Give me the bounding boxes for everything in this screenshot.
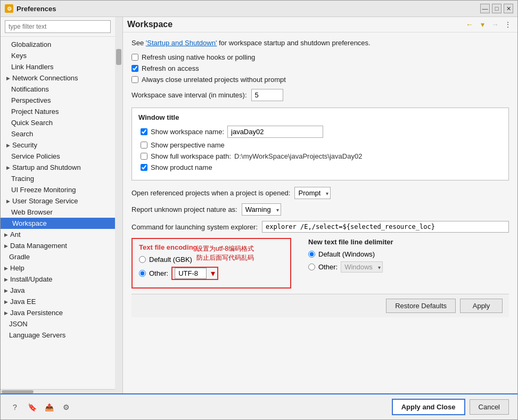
sidebar-item-search[interactable]: Search (1, 128, 115, 139)
command-input[interactable] (262, 221, 509, 233)
encoding-other-radio[interactable] (139, 270, 146, 277)
maximize-button[interactable]: □ (492, 4, 501, 13)
sidebar-item-gradle[interactable]: Gradle (1, 251, 115, 262)
show-workspace-row: Show workspace name: (138, 126, 502, 138)
minimize-button[interactable]: — (480, 4, 490, 13)
close-button[interactable]: ✕ (504, 4, 513, 13)
refresh-access-checkbox[interactable] (131, 65, 138, 72)
expand-arrow-data: ▶ (3, 243, 9, 249)
encoding-default-radio[interactable] (139, 256, 146, 263)
report-unknown-dropdown-wrap: Warning Error Ignore (242, 203, 281, 216)
sidebar-item-label: Network Connections (12, 74, 78, 82)
show-product-label[interactable]: Show product name (151, 163, 212, 171)
sidebar-item-ant[interactable]: ▶ Ant (1, 229, 115, 240)
close-unrelated-checkbox[interactable] (131, 76, 138, 83)
refresh-native-label[interactable]: Refresh using native hooks or polling (142, 53, 255, 61)
settings-icon[interactable]: ⚙ (60, 401, 72, 413)
more-icon[interactable]: ⋮ (503, 19, 513, 30)
restore-defaults-button[interactable]: Restore Defaults (386, 299, 456, 313)
sidebar-item-globalization[interactable]: Globalization (1, 39, 115, 50)
toolbar-icons: ← ▾ → ⋮ (464, 19, 513, 30)
apply-close-button[interactable]: Apply and Close (392, 399, 465, 415)
apply-button[interactable]: Apply (460, 299, 503, 313)
show-workspace-label[interactable]: Show workspace name: (151, 128, 224, 136)
sidebar-item-help[interactable]: ▶ Help (1, 262, 115, 274)
refresh-native-checkbox[interactable] (131, 54, 138, 61)
text-encoding-box: Text file encoding Default (GBK) Other: … (131, 238, 291, 289)
sidebar-item-ui-freeze[interactable]: UI Freeze Monitoring (1, 184, 115, 195)
linedelim-other-label[interactable]: Other: (318, 263, 338, 271)
help-icon[interactable]: ? (9, 401, 21, 413)
startup-link[interactable]: 'Startup and Shutdown' (146, 39, 217, 47)
linedelim-default-radio[interactable] (308, 251, 315, 258)
sidebar-item-security[interactable]: ▶ Security (1, 139, 115, 151)
close-unrelated-label[interactable]: Always close unrelated projects without … (142, 76, 286, 84)
dialog-title: Preferences (17, 5, 477, 13)
sidebar-item-keys[interactable]: Keys (1, 50, 115, 61)
sidebar-item-java[interactable]: ▶ Java (1, 285, 115, 296)
sidebar-item-java-ee[interactable]: ▶ Java EE (1, 296, 115, 307)
export-icon[interactable]: 📤 (43, 401, 55, 413)
open-referenced-select[interactable]: Prompt Always Never (294, 187, 331, 199)
show-workspace-checkbox[interactable] (141, 128, 147, 135)
checkbox-close-unrelated: Always close unrelated projects without … (131, 76, 509, 84)
expand-arrow-user-storage: ▶ (5, 198, 11, 204)
checkbox-refresh-access: Refresh on access (131, 64, 509, 72)
command-label: Command for launching system explorer: (131, 223, 258, 231)
report-unknown-select[interactable]: Warning Error Ignore (242, 203, 281, 216)
sidebar-item-install[interactable]: ▶ Install/Update (1, 274, 115, 285)
expand-arrow-javaee: ▶ (3, 299, 9, 305)
right-panel: Workspace ← ▾ → ⋮ See 'Startup and Shutd… (123, 17, 517, 393)
sidebar-item-quick-search[interactable]: Quick Search (1, 117, 115, 128)
filter-input[interactable] (5, 20, 111, 33)
sidebar-item-notifications[interactable]: Notifications (1, 84, 115, 95)
workspace-name-input[interactable] (227, 126, 323, 138)
sidebar-item-java-persistence[interactable]: ▶ Java Persistence (1, 307, 115, 318)
encoding-other-input[interactable] (175, 268, 207, 279)
sidebar-item-project-natures[interactable]: Project Natures (1, 106, 115, 117)
show-product-checkbox[interactable] (141, 164, 147, 171)
linedelim-default-row: Default (Windows) (308, 250, 503, 258)
linedelim-other-select[interactable]: Windows Unix Mac (341, 261, 383, 273)
linedelim-other-radio[interactable] (308, 263, 315, 270)
sidebar-item-perspectives[interactable]: Perspectives (1, 95, 115, 106)
sidebar-item-label: Workspace (12, 219, 47, 227)
sidebar-hscroll[interactable] (1, 389, 115, 393)
desc-prefix: See (131, 39, 146, 47)
sidebar-item-data-mgmt[interactable]: ▶ Data Management (1, 240, 115, 251)
save-interval-input[interactable] (251, 89, 283, 101)
encoding-default-label[interactable]: Default (GBK) (149, 256, 192, 263)
show-full-path-label[interactable]: Show full workspace path: (151, 152, 231, 160)
bookmark-icon[interactable]: 🔖 (26, 401, 38, 413)
sidebar-item-link-handlers[interactable]: Link Handlers (1, 61, 115, 72)
show-perspective-label[interactable]: Show perspective name (151, 141, 225, 149)
checkbox-refresh-native: Refresh using native hooks or polling (131, 53, 509, 61)
sidebar-item-user-storage[interactable]: ▶ User Storage Service (1, 195, 115, 207)
sidebar-item-lang-servers[interactable]: Language Servers (1, 330, 115, 341)
sidebar-item-json[interactable]: JSON (1, 318, 115, 330)
sidebar-item-workspace[interactable]: Workspace (1, 218, 115, 229)
sidebar-container: Globalization Keys Link Handlers ▶ Netwo… (1, 17, 123, 393)
open-referenced-dropdown-wrap: Prompt Always Never (294, 187, 331, 199)
show-perspective-checkbox[interactable] (141, 142, 147, 149)
sidebar-item-web-browser[interactable]: Web Browser (1, 207, 115, 218)
sidebar-item-tracing[interactable]: Tracing (1, 173, 115, 184)
sidebar-vscroll[interactable] (115, 17, 122, 393)
show-full-path-checkbox[interactable] (141, 153, 147, 160)
back-icon[interactable]: ← (464, 19, 475, 30)
back-dropdown-icon[interactable]: ▾ (477, 19, 488, 30)
sidebar-item-service-policies[interactable]: Service Policies (1, 151, 115, 162)
sidebar: Globalization Keys Link Handlers ▶ Netwo… (1, 17, 115, 393)
sidebar-item-label: Ant (10, 230, 21, 238)
encoding-other-label[interactable]: Other: (149, 269, 168, 277)
sidebar-item-startup[interactable]: ▶ Startup and Shutdown (1, 162, 115, 173)
sidebar-item-label: User Storage Service (12, 197, 78, 205)
show-product-row: Show product name (138, 163, 502, 171)
linedelim-default-label[interactable]: Default (Windows) (318, 250, 375, 258)
cancel-button[interactable]: Cancel (470, 399, 509, 415)
refresh-access-label[interactable]: Refresh on access (142, 64, 199, 72)
title-bar: ⚙ Preferences — □ ✕ (1, 1, 517, 17)
panel-toolbar: Workspace ← ▾ → ⋮ (123, 17, 517, 32)
panel-body: See 'Startup and Shutdown' for workspace… (123, 32, 517, 393)
sidebar-item-network-connections[interactable]: ▶ Network Connections (1, 72, 115, 84)
